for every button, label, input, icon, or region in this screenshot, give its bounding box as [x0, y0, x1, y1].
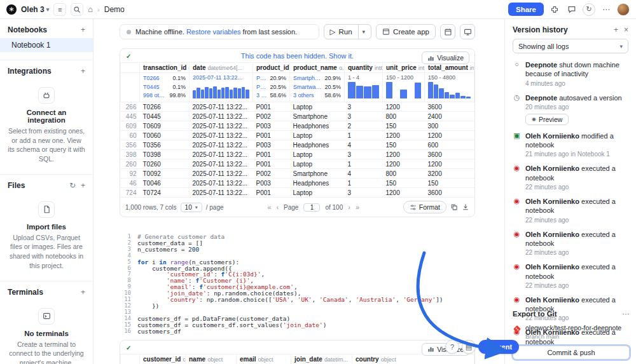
first-page-button[interactable]: « — [267, 203, 271, 211]
workspace-switcher[interactable]: Oleh 3 ▾ — [21, 5, 49, 14]
column-header[interactable]: unit_priceint64 — [383, 63, 425, 73]
table-row[interactable]: 46T00462025-07-11 13:22...P003 Headphone… — [121, 179, 474, 188]
code-cell[interactable]: 1# Generate customer data 2customer_data… — [120, 234, 475, 335]
search-icon — [73, 6, 81, 13]
column-header[interactable]: join_datedatetim... — [291, 354, 352, 364]
table-row[interactable]: 266T02662025-07-11 13:22...P001 Laptop31… — [121, 102, 474, 112]
agent-label: Agent — [492, 343, 512, 351]
integrations-button[interactable] — [548, 3, 561, 16]
column-header[interactable]: product_idobject — [253, 63, 290, 73]
page-number-input[interactable]: 1 — [303, 203, 320, 212]
prev-page-button[interactable]: ‹ — [276, 203, 279, 211]
show-code-link[interactable]: Show it. — [329, 52, 354, 60]
column-stat[interactable]: 3 others58.6% — [256, 91, 286, 100]
add-file-button[interactable]: + — [81, 181, 85, 190]
column-stat[interactable]: T04450.1% — [143, 83, 186, 92]
restore-variables-link[interactable]: Restore variables — [186, 28, 241, 36]
column-stat[interactable]: P00220.9% — [256, 74, 286, 83]
column-stat[interactable]: Smartpho...20.9% — [293, 74, 341, 83]
column-header[interactable]: product_nameo... — [290, 63, 345, 73]
add-notebook-button[interactable]: + — [81, 25, 85, 34]
table-row[interactable]: 445T04452025-07-11 13:22...P002 Smartpho… — [121, 112, 474, 121]
run-options-caret[interactable]: ▾ — [358, 25, 366, 39]
column-header[interactable]: quantityint64 — [345, 63, 383, 73]
close-panel-button[interactable]: × — [624, 25, 628, 34]
table-row[interactable]: 398T03982025-07-11 13:22...P001 Laptop31… — [121, 150, 474, 159]
history-button[interactable]: ↻ — [583, 3, 595, 16]
column-stats-row: T02660.1%T04450.1%998 others99.8% 2025-0… — [121, 73, 474, 102]
copy-table-button[interactable] — [450, 203, 458, 211]
refresh-files-button[interactable]: ↻ — [69, 181, 76, 190]
column-header[interactable]: customer_idobject — [140, 354, 186, 364]
table-row[interactable]: 724T07242025-07-11 13:22...P001 Laptop31… — [121, 188, 474, 198]
offline-dot-icon — [127, 30, 131, 34]
logs-filter-select[interactable]: Showing all logs ▾ — [513, 39, 628, 53]
commit-push-button[interactable]: Commit & push — [513, 346, 630, 360]
git-repo-row[interactable]: olegwock/test-repo-for-deepnote Branch m… — [513, 324, 630, 340]
add-terminal-button[interactable]: + — [81, 288, 85, 297]
plug-icon — [38, 87, 55, 104]
column-stat[interactable]: 3 others58.6% — [293, 91, 341, 100]
integrations-section-title: Integrations — [8, 67, 52, 76]
export-options-button[interactable]: ⋯ — [623, 309, 630, 318]
sliders-icon — [410, 204, 417, 211]
agent-button[interactable]: ⋆ Agent — [478, 340, 519, 354]
add-version-button[interactable]: + — [614, 25, 618, 34]
version-history-entry[interactable]: ◉ Oleh Korniienko executed a notebook 22… — [513, 230, 628, 257]
menu-icon: ≡ — [58, 6, 62, 13]
table-row[interactable]: 60T00602025-07-11 13:22...P001 Laptop112… — [121, 131, 474, 140]
schedule-button[interactable] — [440, 24, 455, 39]
version-history-entry[interactable]: ◉ Oleh Korniienko executed a notebook 22… — [513, 197, 628, 224]
comments-button[interactable] — [565, 3, 578, 16]
avatar[interactable] — [617, 3, 630, 16]
code-line: 11 'country': np.random.choice(['USA', '… — [120, 297, 475, 303]
column-header[interactable]: transaction_idobject — [140, 63, 190, 73]
more-options-button[interactable]: ⋯ — [600, 3, 612, 16]
code-line: 3n_customers = 200 — [120, 246, 475, 253]
page-size-select[interactable]: 10▾ — [181, 203, 202, 212]
top-bar: ∗ Oleh 3 ▾ ≡ ⌂ › Demo Share ↻ ⋯ — [0, 0, 636, 19]
table-row[interactable]: 92T00922025-07-11 13:22...P002 Smartphon… — [121, 169, 474, 179]
column-stat[interactable]: 998 others99.8% — [143, 91, 186, 100]
column-stat[interactable]: P00520.5% — [256, 83, 286, 92]
version-history-entry[interactable]: ○ Deepnote shut down machine because of … — [513, 60, 628, 87]
help-button[interactable]: ? — [445, 340, 459, 354]
run-button[interactable]: ▷ Run ▾ — [324, 24, 372, 39]
column-header[interactable]: emailobject — [237, 354, 291, 364]
download-table-button[interactable] — [462, 203, 469, 211]
create-app-button[interactable]: Create app — [376, 24, 436, 39]
code-line: 12 }) — [120, 303, 475, 309]
last-page-button[interactable]: » — [356, 203, 359, 211]
column-header[interactable]: datedatetime64[... — [190, 63, 253, 73]
format-button[interactable]: Format — [403, 201, 446, 213]
present-button[interactable] — [460, 24, 475, 39]
git-repo-name: olegwock/test-repo-for-deepnote — [525, 324, 621, 332]
column-stat[interactable]: Smartwat...20.5% — [293, 83, 341, 92]
column-stat[interactable]: T02660.1% — [143, 74, 186, 83]
breadcrumb[interactable]: Demo — [104, 5, 125, 14]
table-row[interactable]: 260T02602025-07-11 13:22...P001 Laptop11… — [121, 159, 474, 169]
sidebar-toggle-button[interactable]: ≡ — [53, 3, 66, 16]
table-row[interactable]: 609T06092025-07-11 13:22...P003 Headphon… — [121, 121, 474, 131]
version-history-entry[interactable]: ◷ Deepnote autosaved a version 20 minute… — [513, 93, 628, 125]
create-app-label: Create app — [393, 28, 429, 36]
preview-button[interactable]: Preview — [525, 114, 569, 125]
files-empty-state: Import files Upload CSVs, Parquet files … — [8, 192, 85, 273]
next-page-button[interactable]: › — [348, 203, 350, 211]
add-integration-button[interactable]: + — [81, 67, 85, 76]
version-history-entry[interactable]: ◉ Oleh Korniienko executed a notebook 22… — [513, 164, 628, 191]
version-history-entry[interactable]: ▣ Oleh Korniienko modified a notebook 21… — [513, 131, 628, 158]
column-header[interactable]: nameobject — [186, 354, 237, 364]
terminal-icon — [38, 308, 55, 325]
table-row[interactable]: 356T03562025-07-11 13:22...P003 Headphon… — [121, 140, 474, 150]
visualize-button[interactable]: Visualize — [422, 51, 469, 64]
chart-icon — [427, 55, 434, 62]
table-of-contents-button[interactable]: ▤ — [462, 340, 476, 354]
home-button[interactable]: ⌂ — [88, 4, 93, 14]
version-history-entry[interactable]: ◉ Oleh Korniienko executed a notebook 22… — [513, 262, 628, 289]
search-button[interactable] — [71, 3, 83, 16]
sidebar-item-notebook-1[interactable]: Notebook 1 — [0, 38, 93, 52]
share-button[interactable]: Share — [508, 3, 544, 16]
line-number: 16 — [120, 328, 131, 335]
copy-icon — [450, 203, 458, 211]
